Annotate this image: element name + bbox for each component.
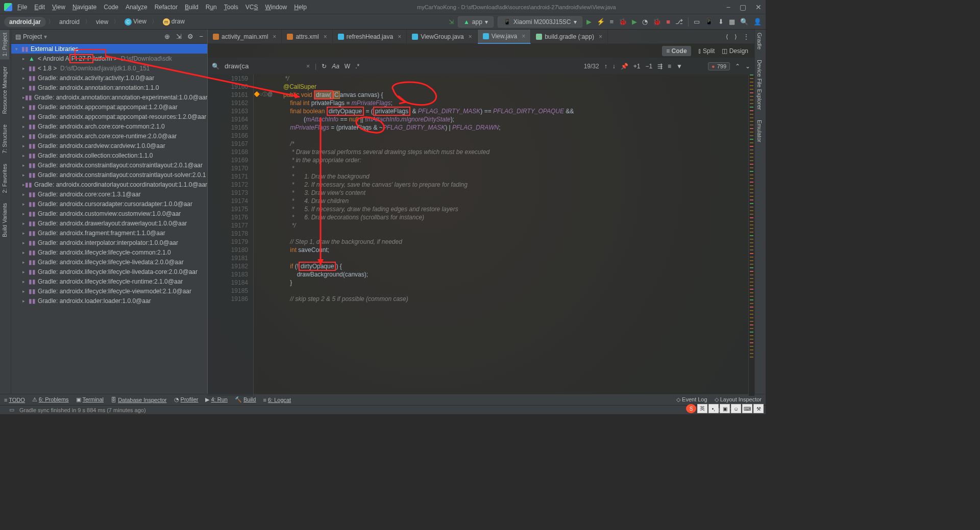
- tool-build[interactable]: 🔨 Build: [235, 396, 256, 403]
- breadcrumb-item[interactable]: CView: [121, 18, 150, 26]
- close-tab-icon[interactable]: ×: [398, 33, 401, 40]
- run-config-dropdown[interactable]: ▲app▾: [458, 16, 494, 28]
- view-mode-code[interactable]: ≡ Code: [662, 46, 691, 56]
- right-stripe-device-file-explorer[interactable]: Device File Explorer: [755, 57, 764, 113]
- breadcrumb-item[interactable]: mdraw: [160, 18, 188, 26]
- apply-code-icon[interactable]: ≡: [610, 18, 614, 26]
- tool-terminal[interactable]: ▣ Terminal: [76, 396, 104, 403]
- tool-4--run[interactable]: ▶ 4: Run: [205, 396, 227, 403]
- ime-logo-icon[interactable]: S: [686, 404, 696, 413]
- user-icon[interactable]: 👤: [753, 18, 762, 26]
- breadcrumb-item[interactable]: view: [93, 18, 111, 26]
- tree-node[interactable]: ▸▮▮Gradle: androidx.appcompat:appcompat:…: [11, 102, 207, 112]
- filter-icon[interactable]: ▼: [676, 63, 682, 70]
- menu-analyze[interactable]: Analyze: [126, 4, 148, 11]
- device-dropdown[interactable]: 📱Xiaomi M2003J15SC▾: [498, 16, 582, 28]
- maximize-icon[interactable]: ▢: [740, 3, 746, 11]
- tree-node[interactable]: ▸▮▮Gradle: androidx.arch.core:core-runti…: [11, 131, 207, 141]
- match-case-icon[interactable]: Aa: [332, 63, 339, 70]
- search-icon[interactable]: 🔍: [740, 18, 748, 26]
- breadcrumb-root[interactable]: android.jar: [4, 17, 46, 27]
- menu-refactor[interactable]: Refactor: [155, 4, 178, 11]
- menu-navigate[interactable]: Navigate: [72, 4, 96, 11]
- tool-todo[interactable]: ≡ TODO: [4, 397, 25, 403]
- minimize-icon[interactable]: −: [726, 3, 730, 11]
- close-find-icon[interactable]: ×: [306, 63, 310, 70]
- ime-tools-icon[interactable]: ⚒: [753, 404, 764, 413]
- apply-changes-icon[interactable]: ⚡: [597, 18, 605, 26]
- select-all-icon[interactable]: ⇶: [657, 63, 663, 70]
- prev-tab-icon[interactable]: ⟨: [726, 33, 728, 40]
- avd-icon[interactable]: 📱: [705, 18, 713, 26]
- close-tab-icon[interactable]: ×: [599, 33, 602, 40]
- tool-event-log[interactable]: ◇ Event Log: [676, 396, 707, 403]
- tree-node[interactable]: ▸▮▮Gradle: androidx.appcompat:appcompat-…: [11, 112, 207, 121]
- menu-window[interactable]: Window: [265, 4, 287, 11]
- prev-match-icon[interactable]: ↑: [604, 63, 607, 70]
- gear-icon[interactable]: ⚙: [187, 33, 193, 40]
- breadcrumb-item[interactable]: android: [56, 18, 83, 26]
- ime-keyboard-icon[interactable]: ⌨: [742, 404, 752, 413]
- menu-code[interactable]: Code: [104, 4, 118, 11]
- tree-node[interactable]: ▸▮▮Gradle: androidx.interpolator:interpo…: [11, 238, 207, 247]
- menu-run[interactable]: Run: [206, 4, 217, 11]
- tool-6--problems[interactable]: ⚠ 6: Problems: [32, 396, 69, 403]
- ime-emoji-icon[interactable]: ☺: [731, 404, 741, 413]
- tab-viewgroup-java[interactable]: ViewGroup.java×: [407, 30, 478, 44]
- attach-icon[interactable]: 🐞: [653, 18, 661, 26]
- expand-problems-icon[interactable]: ⌃: [735, 63, 740, 70]
- right-stripe-emulator[interactable]: Emulator: [755, 117, 764, 145]
- tab-activity-main-xml[interactable]: activity_main.xml×: [208, 30, 282, 44]
- regex-icon[interactable]: .*: [355, 63, 359, 70]
- tab-refreshhead-java[interactable]: refreshHead.java×: [333, 30, 407, 44]
- tree-node[interactable]: ▸▮▮Gradle: androidx.constraintlayout:con…: [11, 170, 207, 180]
- tree-node[interactable]: ▸▮▮Gradle: androidx.arch.core:core-commo…: [11, 121, 207, 131]
- tree-node[interactable]: ▸▮▮Gradle: androidx.fragment:fragment:1.…: [11, 228, 207, 238]
- tree-node[interactable]: ▸▮▮Gradle: androidx.customview:customvie…: [11, 209, 207, 218]
- line-gutter[interactable]: 1915919160191611916219163191641916519166…: [208, 74, 254, 396]
- menu-view[interactable]: View: [52, 4, 65, 11]
- left-stripe-1--project[interactable]: 1: Project: [0, 30, 9, 59]
- profile-icon[interactable]: ◔: [642, 18, 648, 26]
- tree-node[interactable]: ▸▮▮Gradle: androidx.lifecycle:lifecycle-…: [11, 276, 207, 286]
- tab-view-java[interactable]: View.java×: [478, 30, 531, 44]
- tree-node[interactable]: ▸▮▮Gradle: androidx.cardview:cardview:1.…: [11, 141, 207, 150]
- search-input[interactable]: [225, 62, 301, 70]
- coverage-icon[interactable]: ▶: [632, 18, 637, 26]
- tree-node[interactable]: ▸▲< Android API 27 Platform > D:\sfDownl…: [11, 54, 207, 63]
- tree-node[interactable]: ▸▮▮Gradle: androidx.lifecycle:lifecycle-…: [11, 247, 207, 257]
- tab-build-gradle---app-[interactable]: build.gradle (:app)×: [531, 30, 608, 44]
- left-stripe-7--structure[interactable]: 7: Structure: [0, 121, 9, 157]
- tree-node[interactable]: ▸▮▮Gradle: androidx.loader:loader:1.0.0@…: [11, 296, 207, 306]
- rm-icon[interactable]: ▦: [729, 18, 735, 26]
- ime-lang[interactable]: 英: [697, 404, 707, 413]
- close-tab-icon[interactable]: ×: [522, 33, 525, 40]
- close-tab-icon[interactable]: ×: [273, 33, 276, 40]
- tool-profiler[interactable]: ◔ Profiler: [174, 396, 199, 403]
- next-tab-icon[interactable]: ⟩: [734, 33, 737, 40]
- ime-punct-icon[interactable]: •,: [708, 404, 719, 413]
- problems-badge[interactable]: ●799: [708, 62, 730, 70]
- tree-node[interactable]: ▸▮▮Gradle: androidx.core:core:1.3.1@aar: [11, 189, 207, 199]
- tree-node[interactable]: ▸▮▮Gradle: androidx.cursoradapter:cursor…: [11, 199, 207, 209]
- git-icon[interactable]: ⎇: [675, 18, 683, 26]
- tree-node[interactable]: ▸▮▮Gradle: androidx.collection:collectio…: [11, 150, 207, 160]
- tab-list-icon[interactable]: ⋮: [743, 33, 749, 40]
- code-content[interactable]: */ @CallSuper public void draw(Canvas ca…: [274, 74, 748, 396]
- tree-node[interactable]: ▾▮▮External Libraries: [11, 44, 207, 54]
- run-icon[interactable]: ▶: [586, 18, 592, 26]
- tool-layout-inspector[interactable]: ◇ Layout Inspector: [715, 396, 762, 403]
- project-tree[interactable]: ▾▮▮External Libraries▸▲< Android API 27 …: [11, 44, 207, 396]
- close-tab-icon[interactable]: ×: [324, 33, 327, 40]
- next-match-icon[interactable]: ↓: [612, 63, 616, 70]
- menu-help[interactable]: Help: [294, 4, 307, 11]
- left-stripe-build-variants[interactable]: Build Variants: [0, 200, 9, 240]
- code-editor[interactable]: 1915919160191611916219163191641916519166…: [208, 74, 754, 396]
- sync-icon[interactable]: ⇲: [449, 18, 454, 26]
- tree-node[interactable]: ▸▮▮Gradle: androidx.constraintlayout:con…: [11, 160, 207, 170]
- left-stripe-resource-manager[interactable]: Resource Manager: [0, 63, 9, 117]
- layout-icon[interactable]: ▭: [694, 18, 700, 26]
- tab-attrs-xml[interactable]: attrs.xml×: [282, 30, 332, 44]
- close-tab-icon[interactable]: ×: [469, 33, 472, 40]
- menu-build[interactable]: Build: [185, 4, 199, 11]
